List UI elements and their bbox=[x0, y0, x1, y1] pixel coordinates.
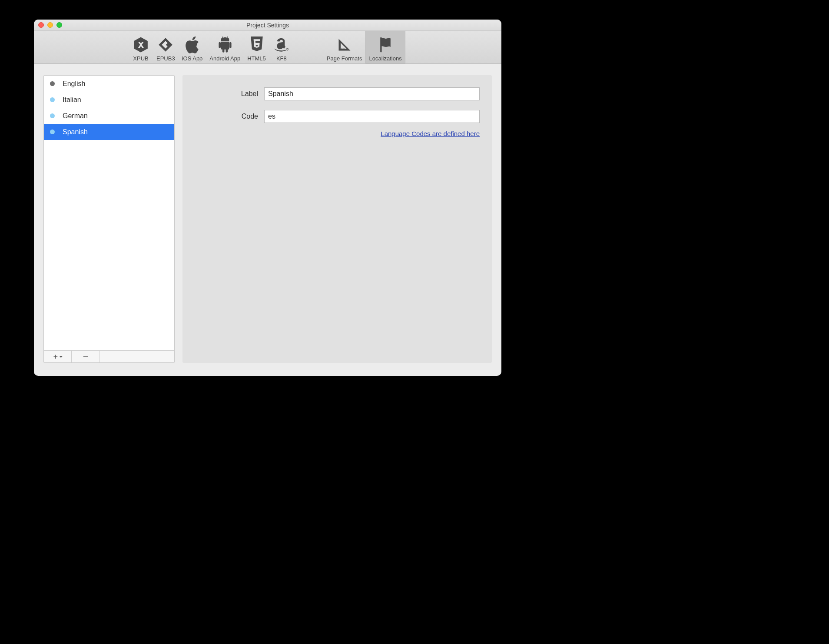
language-codes-link[interactable]: Language Codes are defined here bbox=[381, 130, 480, 137]
toolbar-item-ios-app[interactable]: iOS App bbox=[179, 31, 206, 63]
label-row: Label bbox=[182, 87, 480, 100]
language-list-item-label: English bbox=[63, 80, 85, 88]
status-dot-icon bbox=[50, 97, 55, 102]
language-list-item-label: Spanish bbox=[63, 128, 88, 136]
content-body: EnglishItalianGermanSpanish Label bbox=[34, 64, 501, 376]
project-settings-window: Project Settings XPUB EPUB3 iOS A bbox=[34, 20, 501, 376]
epub-icon bbox=[157, 35, 174, 54]
language-detail-panel: Label Code Language Codes are defined he… bbox=[182, 75, 492, 363]
add-language-button[interactable] bbox=[44, 351, 72, 362]
status-dot-icon bbox=[50, 113, 55, 118]
toolbar-item-epub3[interactable]: EPUB3 bbox=[153, 31, 179, 63]
toolbar-item-label: EPUB3 bbox=[156, 55, 175, 62]
toolbar-item-label: HTML5 bbox=[247, 55, 266, 62]
code-field[interactable] bbox=[264, 110, 480, 123]
language-list-item-label: Italian bbox=[63, 96, 81, 104]
triangle-ruler-icon bbox=[337, 35, 352, 54]
toolbar-item-kf8[interactable]: KF8 bbox=[269, 31, 294, 63]
status-dot-icon bbox=[50, 81, 55, 86]
toolbar-settings-group: Page Formats Localizations bbox=[323, 31, 405, 63]
toolbar: XPUB EPUB3 iOS App Android App bbox=[34, 31, 501, 64]
titlebar: Project Settings bbox=[34, 20, 501, 31]
language-list-item-label: German bbox=[63, 112, 88, 120]
zoom-window-button[interactable] bbox=[56, 22, 62, 28]
toolbar-item-page-formats[interactable]: Page Formats bbox=[323, 31, 366, 63]
toolbar-export-group: XPUB EPUB3 iOS App Android App bbox=[129, 31, 294, 63]
language-list-panel: EnglishItalianGermanSpanish bbox=[43, 75, 175, 363]
toolbar-item-label: Android App bbox=[209, 55, 240, 62]
toolbar-item-label: Localizations bbox=[369, 55, 401, 62]
svg-rect-0 bbox=[342, 48, 342, 50]
status-dot-icon bbox=[50, 129, 55, 134]
window-controls bbox=[38, 22, 62, 28]
toolbar-item-android-app[interactable]: Android App bbox=[206, 31, 244, 63]
close-window-button[interactable] bbox=[38, 22, 44, 28]
toolbar-item-label: KF8 bbox=[276, 55, 287, 62]
label-field[interactable] bbox=[264, 87, 480, 100]
remove-language-button[interactable] bbox=[72, 351, 99, 362]
apple-icon bbox=[184, 35, 200, 54]
window-title: Project Settings bbox=[246, 22, 289, 29]
language-list-item[interactable]: German bbox=[44, 108, 174, 124]
code-caption: Code bbox=[182, 113, 264, 120]
html5-icon bbox=[249, 35, 264, 54]
android-icon bbox=[217, 35, 233, 54]
minimize-window-button[interactable] bbox=[47, 22, 53, 28]
toolbar-item-label: XPUB bbox=[133, 55, 148, 62]
toolbar-item-html5[interactable]: HTML5 bbox=[244, 31, 269, 63]
toolbar-item-label: iOS App bbox=[182, 55, 203, 62]
language-list-item[interactable]: Spanish bbox=[44, 124, 174, 140]
amazon-icon bbox=[274, 35, 289, 54]
language-list-item[interactable]: English bbox=[44, 76, 174, 92]
code-row: Code bbox=[182, 110, 480, 123]
hex-x-icon bbox=[133, 35, 149, 54]
toolbar-item-localizations[interactable]: Localizations bbox=[365, 31, 405, 63]
language-list-item[interactable]: Italian bbox=[44, 92, 174, 108]
toolbar-item-xpub[interactable]: XPUB bbox=[129, 31, 153, 63]
svg-rect-1 bbox=[343, 48, 344, 50]
toolbar-item-label: Page Formats bbox=[327, 55, 362, 62]
list-footer bbox=[44, 350, 174, 362]
label-caption: Label bbox=[182, 90, 264, 98]
language-list[interactable]: EnglishItalianGermanSpanish bbox=[44, 76, 174, 350]
flag-icon bbox=[378, 35, 393, 54]
